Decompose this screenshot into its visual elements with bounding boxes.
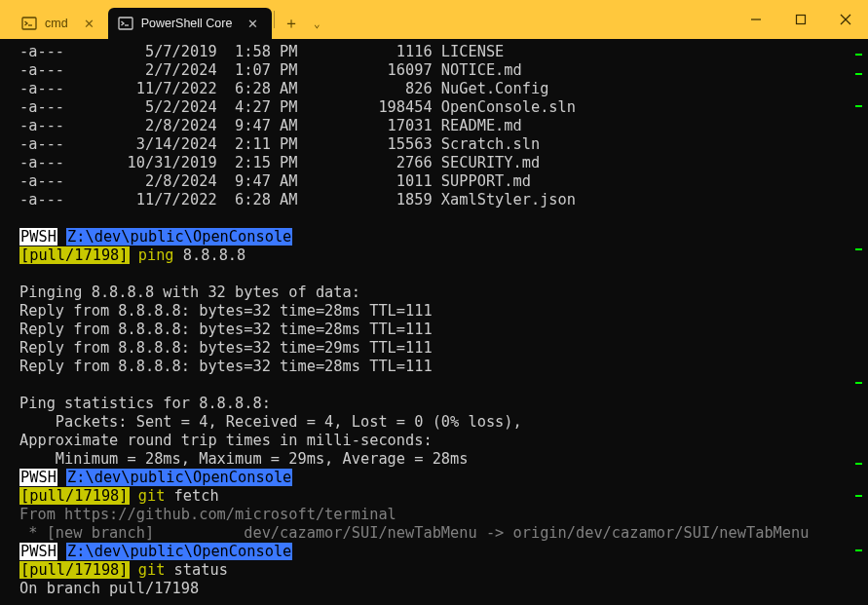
file-row: -a--- 2/8/2024 9:47 AM 1011 SUPPORT.md [19, 172, 856, 191]
new-tab-button[interactable]: ＋ [277, 8, 306, 39]
svg-rect-5 [797, 16, 806, 24]
tab-dropdown[interactable]: ⌄ [306, 8, 327, 39]
file-row: -a--- 5/2/2024 4:27 PM 198454 OpenConsol… [19, 98, 856, 117]
file-row: -a--- 11/7/2022 6:28 AM 826 NuGet.Config [19, 80, 856, 98]
svg-rect-2 [119, 18, 132, 29]
ping-reply: Reply from 8.8.8.8: bytes=32 time=29ms T… [19, 339, 856, 358]
file-row: -a--- 10/31/2019 2:15 PM 2766 SECURITY.m… [19, 154, 856, 172]
command: ping [138, 246, 174, 264]
maximize-button[interactable] [778, 0, 823, 39]
terminal-pane[interactable]: -a--- 5/7/2019 1:58 PM 1116 LICENSE-a---… [0, 39, 868, 605]
tab-label: cmd [45, 17, 68, 30]
file-row: -a--- 2/7/2024 1:07 PM 16097 NOTICE.md [19, 61, 856, 80]
tab-cmd[interactable]: cmd ✕ [12, 8, 108, 39]
file-row: -a--- 5/7/2019 1:58 PM 1116 LICENSE [19, 43, 856, 61]
svg-rect-0 [22, 18, 36, 29]
file-row: -a--- 3/14/2024 2:11 PM 15563 Scratch.sl… [19, 135, 856, 154]
status-output: On branch pull/17198 [19, 580, 856, 598]
branch-badge: [pull/17198] [19, 246, 130, 264]
cmd-icon [21, 16, 37, 31]
tabs-area: cmd ✕ PowerShell Core ✕ ＋ ⌄ [0, 0, 327, 39]
window-controls [734, 0, 868, 39]
ping-reply: Reply from 8.8.8.8: bytes=32 time=28ms T… [19, 358, 856, 376]
file-row: -a--- 11/7/2022 6:28 AM 1859 XamlStyler.… [19, 191, 856, 209]
ping-reply: Reply from 8.8.8.8: bytes=32 time=28ms T… [19, 302, 856, 321]
file-row: -a--- 2/8/2024 9:47 AM 17031 README.md [19, 117, 856, 135]
ping-reply: Reply from 8.8.8.8: bytes=32 time=28ms T… [19, 321, 856, 339]
title-bar: cmd ✕ PowerShell Core ✕ ＋ ⌄ [0, 0, 868, 39]
minimize-button[interactable] [734, 0, 778, 39]
shell-badge: PWSH [19, 228, 57, 246]
close-icon[interactable]: ✕ [244, 15, 262, 33]
close-icon[interactable]: ✕ [80, 15, 98, 33]
powershell-icon [118, 16, 133, 31]
tab-label: PowerShell Core [141, 17, 233, 30]
tab-powershell[interactable]: PowerShell Core ✕ [108, 8, 273, 39]
fetch-output: From https://github.com/microsoft/termin… [19, 506, 856, 524]
scrollbar-marks [856, 39, 866, 605]
tab-divider [274, 11, 275, 28]
close-window-button[interactable] [823, 0, 868, 39]
path-badge: Z:\dev\public\OpenConsole [66, 228, 292, 246]
ping-output: Pinging 8.8.8.8 with 32 bytes of data: [19, 284, 856, 302]
